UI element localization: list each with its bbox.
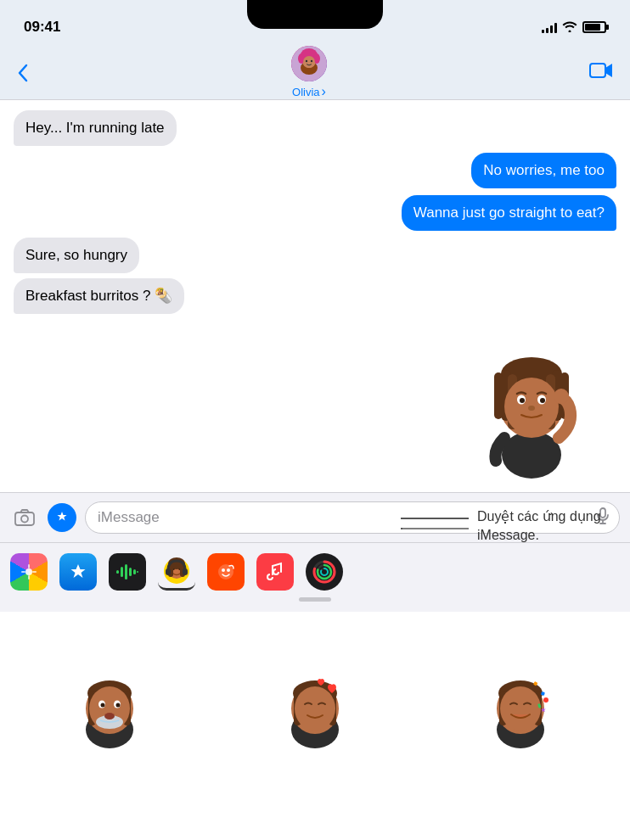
svg-point-32 — [25, 568, 32, 575]
svg-rect-36 — [32, 571, 37, 573]
svg-point-52 — [218, 564, 233, 580]
phone-frame: 09:41 — [0, 0, 630, 840]
memoji-cell-2[interactable] — [212, 619, 418, 824]
app-tray — [0, 542, 630, 840]
svg-point-71 — [116, 703, 121, 708]
tray-stickers-icon[interactable] — [207, 553, 245, 591]
memoji-sticker — [455, 321, 608, 482]
svg-point-80 — [295, 686, 335, 731]
nav-bar: Olivia — [0, 46, 630, 100]
tray-memoji-icon[interactable] — [158, 553, 195, 591]
input-placeholder: iMessage — [98, 509, 160, 526]
memoji-cell-6[interactable] — [418, 824, 623, 840]
svg-point-123 — [401, 528, 402, 529]
svg-rect-33 — [28, 564, 30, 568]
tray-appstore-icon[interactable] — [59, 553, 97, 591]
svg-point-87 — [500, 686, 541, 731]
app-tray-row — [0, 550, 630, 597]
message-text: Sure, so hungry — [25, 247, 127, 263]
notch — [247, 0, 383, 29]
messages-area: Hey... I'm running late No worries, me t… — [0, 100, 630, 492]
svg-rect-51 — [183, 568, 188, 575]
signal-icon — [542, 22, 557, 33]
svg-rect-9 — [590, 64, 605, 77]
svg-point-53 — [222, 568, 225, 572]
tray-photos-icon[interactable] — [10, 553, 48, 591]
svg-rect-35 — [21, 571, 25, 573]
svg-rect-40 — [129, 568, 132, 576]
memoji-cell-3[interactable] — [418, 619, 623, 824]
message-text: Breakfast burritos ? 🌯 — [25, 288, 172, 304]
contact-name: Olivia — [292, 84, 326, 99]
svg-rect-34 — [28, 575, 30, 580]
svg-point-10 — [502, 431, 561, 479]
tray-music-icon[interactable] — [256, 553, 294, 591]
message-row-2: No worries, me too — [14, 153, 616, 188]
message-row-4: Sure, so hungry Breakfast burritos ? 🌯 — [14, 238, 616, 314]
contact-header[interactable]: Olivia — [291, 46, 327, 99]
svg-point-28 — [21, 516, 28, 523]
annotation: Duyệt các ứng dụng iMessage. — [401, 507, 613, 546]
memoji-cell-1[interactable] — [7, 619, 212, 824]
status-time: 09:41 — [24, 19, 60, 36]
memoji-cell-5[interactable] — [212, 824, 418, 840]
bubble-sent: Wanna just go straight to eat? — [402, 195, 616, 231]
svg-point-8 — [311, 60, 312, 62]
svg-rect-16 — [494, 372, 503, 419]
annotation-text: Duyệt các ứng dụng iMessage. — [477, 507, 613, 546]
svg-point-91 — [543, 697, 548, 703]
svg-point-73 — [104, 713, 115, 720]
svg-rect-37 — [116, 570, 119, 574]
svg-rect-42 — [137, 571, 138, 573]
avatar — [291, 46, 327, 81]
svg-point-25 — [554, 389, 569, 404]
svg-rect-39 — [125, 564, 127, 580]
memoji-cell-4[interactable] — [7, 824, 212, 840]
memoji-grid — [0, 612, 630, 840]
back-button[interactable] — [17, 64, 29, 82]
battery-icon — [582, 21, 606, 33]
svg-point-26 — [528, 406, 535, 411]
appstore-button[interactable] — [48, 503, 76, 532]
tray-audio-icon[interactable] — [109, 553, 146, 591]
svg-point-6 — [303, 56, 315, 68]
svg-point-23 — [520, 398, 525, 403]
svg-rect-27 — [15, 512, 34, 525]
camera-button[interactable] — [10, 503, 39, 532]
tray-drag-handle[interactable] — [299, 597, 331, 602]
message-text: Wanna just go straight to eat? — [413, 204, 605, 221]
bubble-received: Breakfast burritos ? 🌯 — [14, 278, 184, 314]
message-text: No worries, me too — [483, 162, 605, 178]
wifi-icon — [562, 20, 577, 35]
bubble-received: Hey... I'm running late — [14, 110, 177, 146]
message-row-1: Hey... I'm running late — [14, 110, 616, 146]
annotation-line — [401, 518, 469, 519]
svg-point-54 — [227, 568, 230, 572]
tray-activity-icon[interactable] — [306, 553, 343, 591]
svg-point-70 — [101, 703, 105, 708]
bubble-received: Sure, so hungry — [14, 238, 139, 273]
message-row-3: Wanna just go straight to eat? — [14, 195, 616, 231]
video-call-button[interactable] — [589, 61, 613, 85]
svg-point-24 — [540, 398, 545, 403]
svg-rect-50 — [166, 568, 171, 575]
svg-rect-41 — [133, 569, 136, 574]
status-icons — [542, 20, 606, 35]
svg-point-7 — [306, 60, 307, 62]
bubble-sent: No worries, me too — [471, 153, 616, 188]
svg-rect-38 — [121, 567, 123, 577]
message-text: Hey... I'm running late — [25, 120, 165, 136]
